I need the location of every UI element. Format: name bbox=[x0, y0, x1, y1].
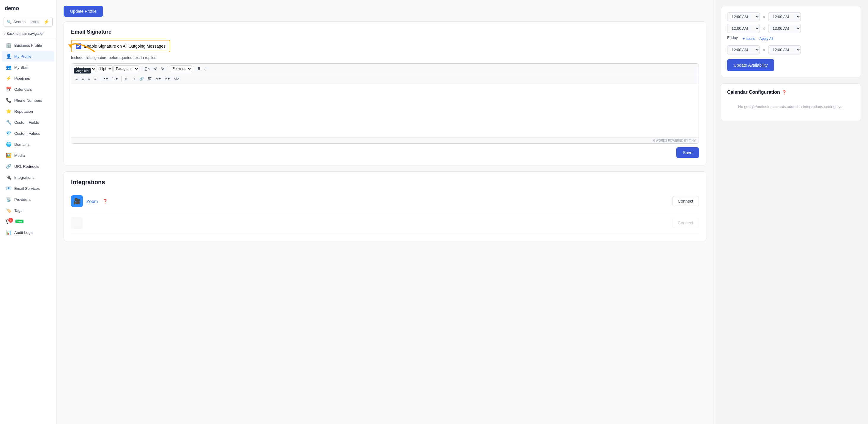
calendar-empty-msg: No google/outlook accounts added in Inte… bbox=[727, 98, 855, 115]
sidebar-item-label: Phone Numbers bbox=[14, 98, 42, 103]
bg-color-btn[interactable]: A ▾ bbox=[163, 76, 172, 82]
sidebar-item-reputation[interactable]: ⭐ Reputation bbox=[2, 106, 54, 117]
sidebar-item-media[interactable]: 🖼️ Media bbox=[2, 150, 54, 161]
integrations-title: Integrations bbox=[71, 179, 699, 186]
add-hours-link[interactable]: + hours bbox=[743, 36, 754, 41]
update-availability-button[interactable]: Update Availability bbox=[727, 59, 774, 71]
source-btn[interactable]: </> bbox=[172, 76, 181, 82]
editor-toolbar-row1: Verdana 11pt Paragraph bbox=[71, 64, 699, 74]
sidebar-item-url-redirects[interactable]: 🔗 URL Redirects bbox=[2, 161, 54, 172]
align-justify-btn[interactable]: ≡ bbox=[92, 76, 98, 82]
sidebar-item-label: Custom Values bbox=[14, 131, 40, 136]
sidebar: demo 🔍 Search ctrl K ⚡ ‹ Back to main na… bbox=[0, 0, 57, 424]
time-start-2[interactable]: 12:00 AM bbox=[727, 24, 760, 33]
sidebar-item-phone-numbers[interactable]: 📞 Phone Numbers bbox=[2, 95, 54, 106]
indent-decrease-btn[interactable]: ⇤ bbox=[123, 76, 130, 82]
zoom-name: Zoom bbox=[87, 199, 98, 204]
sidebar-item-pipelines[interactable]: ⚡ Pipelines bbox=[2, 73, 54, 84]
toolbar-separator-3 bbox=[194, 66, 194, 72]
second-integration-logo bbox=[71, 217, 83, 229]
second-integration-item: Connect bbox=[71, 212, 699, 234]
availability-card: 12:00 AM ✕ 12:00 AM 12:00 AM ✕ 12:00 AM bbox=[721, 6, 861, 77]
sidebar-item-label: Domains bbox=[14, 142, 29, 147]
unordered-list-btn[interactable]: • ▾ bbox=[102, 76, 110, 82]
second-connect-button[interactable]: Connect bbox=[672, 218, 699, 228]
friday-row: Friday + hours Apply All bbox=[727, 35, 855, 41]
sidebar-item-label: Providers bbox=[14, 197, 31, 202]
sidebar-item-calendars[interactable]: 📅 Calendars bbox=[2, 84, 54, 95]
sidebar-item-email-services[interactable]: 📧 Email Services bbox=[2, 183, 54, 194]
time-end-1[interactable]: 12:00 AM bbox=[768, 12, 801, 22]
enable-signature-container: Enable Signature on All Outgoing Message… bbox=[71, 40, 699, 52]
sidebar-item-chat[interactable]: 💬 4 new bbox=[2, 216, 54, 227]
tags-icon: 🏷️ bbox=[6, 208, 11, 213]
align-left-btn[interactable]: ≡ Align left bbox=[74, 76, 79, 82]
time-start-1[interactable]: 12:00 AM bbox=[727, 12, 760, 22]
enable-signature-checkbox[interactable] bbox=[76, 44, 81, 49]
align-left-tooltip: Align left bbox=[74, 68, 91, 74]
second-connect-area: Connect bbox=[672, 218, 699, 228]
formats-select[interactable]: Formats bbox=[170, 65, 192, 72]
link-btn[interactable]: 🔗 bbox=[137, 76, 146, 82]
calendar-config-title: Calendar Configuration ❓ bbox=[727, 90, 855, 95]
sidebar-item-my-staff[interactable]: 👥 My Staff bbox=[2, 62, 54, 73]
editor-body[interactable] bbox=[71, 84, 699, 138]
update-profile-button[interactable]: Update Profile bbox=[64, 6, 103, 17]
friday-time-start[interactable]: 12:00 AM bbox=[727, 45, 760, 54]
url-redirects-icon: 🔗 bbox=[6, 164, 11, 169]
search-bar[interactable]: 🔍 Search ctrl K ⚡ bbox=[4, 17, 53, 27]
apply-all-link[interactable]: Apply All bbox=[759, 36, 773, 41]
italic-clear-icon: T bbox=[145, 67, 147, 71]
friday-time-end[interactable]: 12:00 AM bbox=[768, 45, 801, 54]
image-btn[interactable]: 🖼 bbox=[146, 76, 153, 82]
sidebar-item-business-profile[interactable]: 🏢 Business Profile bbox=[2, 40, 54, 51]
indent-increase-btn[interactable]: ⇥ bbox=[130, 76, 137, 82]
italic-clear-btn[interactable]: T ✕ bbox=[143, 66, 152, 72]
back-to-main-nav[interactable]: ‹ Back to main navigation bbox=[0, 29, 56, 38]
undo-btn[interactable]: ↺ bbox=[152, 66, 159, 72]
sidebar-item-custom-fields[interactable]: 🔧 Custom Fields bbox=[2, 117, 54, 128]
friday-time-separator: ✕ bbox=[762, 48, 766, 52]
zoom-connect-button[interactable]: Connect bbox=[672, 196, 699, 206]
zoom-icon: 🎥 bbox=[73, 198, 81, 205]
font-color-btn[interactable]: A ▾ bbox=[154, 76, 162, 82]
sidebar-item-custom-values[interactable]: 💎 Custom Values bbox=[2, 128, 54, 139]
bold-btn[interactable]: B bbox=[196, 66, 202, 72]
toolbar-separator-1 bbox=[141, 66, 141, 72]
sidebar-item-integrations[interactable]: 🔌 Integrations bbox=[2, 172, 54, 183]
save-button[interactable]: Save bbox=[676, 147, 699, 158]
time-row-1: 12:00 AM ✕ 12:00 AM bbox=[727, 12, 855, 22]
business-profile-icon: 🏢 bbox=[6, 43, 11, 48]
sidebar-item-providers[interactable]: 📡 Providers bbox=[2, 194, 54, 205]
back-nav-label: Back to main navigation bbox=[6, 32, 44, 36]
friday-time-row: 12:00 AM ✕ 12:00 AM bbox=[727, 45, 855, 54]
sidebar-item-label: Email Services bbox=[14, 186, 40, 191]
sidebar-item-label: My Profile bbox=[14, 54, 31, 59]
time-separator-2: ✕ bbox=[762, 26, 766, 31]
ordered-list-btn[interactable]: 1. ▾ bbox=[110, 76, 120, 82]
zoom-integration-item: 🎥 Zoom ❓ Connect bbox=[71, 191, 699, 212]
integrations-card: Integrations 🎥 Zoom ❓ Connect Connect bbox=[64, 171, 706, 241]
align-center-btn[interactable]: ≡ bbox=[80, 76, 86, 82]
sidebar-item-domains[interactable]: 🌐 Domains bbox=[2, 139, 54, 150]
time-row-2: 12:00 AM ✕ 12:00 AM bbox=[727, 24, 855, 33]
search-icon: 🔍 bbox=[7, 20, 11, 24]
sidebar-item-label: Media bbox=[14, 153, 25, 158]
align-right-btn[interactable]: ≡ bbox=[86, 76, 92, 82]
zoom-logo: 🎥 bbox=[71, 195, 83, 207]
enable-signature-box: Enable Signature on All Outgoing Message… bbox=[71, 40, 170, 52]
format-select[interactable]: Paragraph bbox=[113, 65, 139, 72]
time-end-2[interactable]: 12:00 AM bbox=[768, 24, 801, 33]
redo-btn[interactable]: ↻ bbox=[159, 66, 166, 72]
editor-footer: 0 WORDS POWERED BY TINY bbox=[71, 138, 699, 143]
sidebar-item-tags[interactable]: 🏷️ Tags bbox=[2, 205, 54, 216]
sidebar-item-audit-logs[interactable]: 📊 Audit Logs bbox=[2, 227, 54, 238]
size-select[interactable]: 11pt bbox=[97, 65, 113, 72]
time-separator-1: ✕ bbox=[762, 15, 766, 19]
email-services-icon: 📧 bbox=[6, 186, 11, 191]
sidebar-item-my-profile[interactable]: 👤 My Profile bbox=[2, 51, 54, 62]
zoom-help-icon[interactable]: ❓ bbox=[102, 199, 107, 203]
calendar-help-icon[interactable]: ❓ bbox=[782, 90, 786, 95]
italic-btn[interactable]: I bbox=[203, 66, 207, 72]
editor-toolbar-row2: ≡ Align left ≡ ≡ ≡ • ▾ 1. ▾ ⇤ ⇥ 🔗 🖼 bbox=[71, 74, 699, 84]
